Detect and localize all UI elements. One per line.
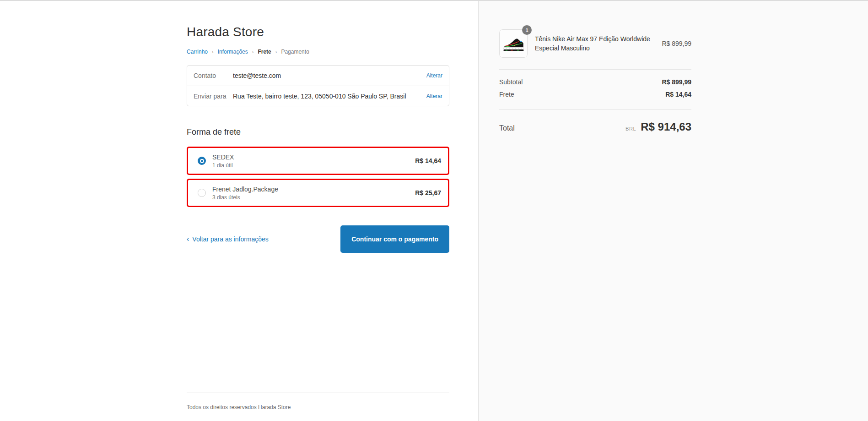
ship-to-label: Enviar para	[194, 93, 233, 100]
order-summary-sidebar: 1 Tênis Nike Air Max 97 Edição Worldwide…	[478, 1, 868, 421]
shipping-method-heading: Forma de frete	[187, 127, 449, 137]
grand-total-value: R$ 914,63	[641, 120, 691, 133]
ship-to-address-value: Rua Teste, bairro teste, 123, 05050-010 …	[233, 93, 421, 100]
shipping-total-value: R$ 14,64	[665, 91, 691, 98]
contact-card: Contato teste@teste.com Alterar Enviar p…	[187, 65, 449, 106]
subtotal-row: Subtotal R$ 899,99	[499, 78, 691, 86]
subtotal-value: R$ 899,99	[662, 78, 691, 86]
product-thumbnail-wrap: 1	[499, 29, 528, 58]
shipping-option-frenet-jadlog[interactable]: Frenet Jadlog.Package 3 dias úteis R$ 25…	[187, 179, 449, 207]
contact-email-value: teste@teste.com	[233, 72, 421, 79]
shipping-option-price: R$ 25,67	[415, 189, 441, 197]
footer-copyright-text: Todos os direitos reservados Harada Stor…	[187, 404, 291, 410]
actions-row: ‹ Voltar para as informações Continuar c…	[187, 225, 449, 253]
chevron-right-icon: ›	[252, 49, 254, 55]
change-contact-link[interactable]: Alterar	[426, 72, 442, 79]
main-content: Harada Store Carrinho › Informações › Fr…	[187, 1, 449, 421]
currency-code: BRL	[625, 126, 636, 131]
breadcrumb-informacoes[interactable]: Informações	[218, 49, 248, 55]
order-summary-content: 1 Tênis Nike Air Max 97 Edição Worldwide…	[499, 29, 691, 133]
totals-section: Subtotal R$ 899,99 Frete R$ 14,64	[499, 70, 691, 98]
chevron-right-icon: ›	[275, 49, 277, 55]
main-footer: Todos os direitos reservados Harada Stor…	[187, 393, 449, 415]
breadcrumb-carrinho[interactable]: Carrinho	[187, 49, 208, 55]
grand-total-values: BRL R$ 914,63	[625, 120, 691, 133]
grand-total-row: Total BRL R$ 914,63	[499, 110, 691, 133]
checkout-page: Harada Store Carrinho › Informações › Fr…	[0, 0, 868, 421]
quantity-badge: 1	[522, 25, 532, 35]
back-to-information-link[interactable]: ‹ Voltar para as informações	[187, 235, 269, 243]
shipping-total-row: Frete R$ 14,64	[499, 91, 691, 98]
shipping-option-duration: 1 dia útil	[212, 162, 234, 169]
product-price: R$ 899,99	[662, 40, 691, 47]
shipping-option-duration: 3 dias úteis	[212, 194, 278, 201]
grand-total-label: Total	[499, 124, 515, 132]
breadcrumb-pagamento: Pagamento	[281, 49, 309, 55]
shipping-option-name: Frenet Jadlog.Package	[212, 186, 278, 193]
radio-selected-icon[interactable]	[198, 157, 206, 165]
shipping-option-texts: SEDEX 1 dia útil	[212, 153, 234, 169]
breadcrumb: Carrinho › Informações › Frete › Pagamen…	[187, 49, 449, 55]
cart-line-item: 1 Tênis Nike Air Max 97 Edição Worldwide…	[499, 29, 691, 58]
subtotal-label: Subtotal	[499, 78, 523, 86]
sneaker-image	[501, 31, 526, 56]
chevron-right-icon: ›	[212, 49, 214, 55]
contact-row-address: Enviar para Rua Teste, bairro teste, 123…	[187, 86, 449, 106]
shipping-option-texts: Frenet Jadlog.Package 3 dias úteis	[212, 186, 278, 201]
change-address-link[interactable]: Alterar	[426, 93, 442, 99]
shipping-option-name: SEDEX	[212, 153, 234, 161]
breadcrumb-frete-current: Frete	[258, 49, 271, 55]
shipping-total-label: Frete	[499, 91, 514, 98]
store-title: Harada Store	[187, 25, 449, 39]
product-title: Tênis Nike Air Max 97 Edição Worldwide E…	[535, 34, 653, 53]
continue-to-payment-button[interactable]: Continuar com o pagamento	[340, 225, 449, 253]
shipping-option-price: R$ 14,64	[415, 157, 441, 164]
radio-unselected-icon[interactable]	[198, 189, 206, 197]
main-column: Harada Store Carrinho › Informações › Fr…	[0, 1, 478, 421]
chevron-left-icon: ‹	[187, 235, 189, 243]
shipping-option-sedex[interactable]: SEDEX 1 dia útil R$ 14,64	[187, 147, 449, 175]
back-link-label: Voltar para as informações	[192, 235, 269, 243]
contact-row-email: Contato teste@teste.com Alterar	[187, 66, 449, 86]
contact-label: Contato	[194, 72, 233, 79]
